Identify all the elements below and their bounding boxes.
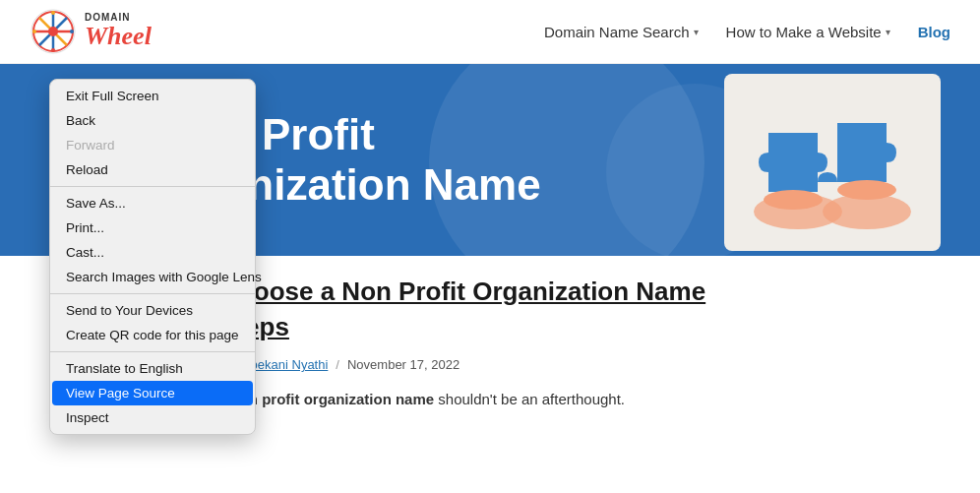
- context-menu: Exit Full ScreenBackForwardReloadSave As…: [49, 79, 256, 435]
- article-body: Your non profit organization name should…: [197, 388, 950, 411]
- nav-blog-label: Blog: [918, 24, 950, 40]
- banner-title-line1: on Profit: [197, 110, 980, 160]
- article-date: November 17, 2022: [347, 357, 459, 372]
- svg-point-8: [70, 30, 74, 33]
- logo-text: DOMAIN Wheel: [85, 12, 152, 51]
- svg-point-7: [51, 11, 55, 15]
- logo-icon: [30, 8, 77, 55]
- menu-separator-4: [50, 186, 255, 187]
- article-heading: o Choose a Non Profit Organization Name: [197, 276, 950, 309]
- menu-item-exit-full-screen[interactable]: Exit Full Screen: [50, 84, 255, 108]
- menu-item-reload[interactable]: Reload: [50, 157, 255, 182]
- chevron-down-icon: ▾: [694, 27, 699, 37]
- svg-point-6: [48, 27, 58, 36]
- svg-point-10: [32, 30, 36, 33]
- body-bold: non profit organization name: [230, 391, 434, 407]
- article-subheading: n Steps: [197, 311, 950, 344]
- svg-point-9: [51, 48, 55, 52]
- meta-divider: /: [336, 357, 339, 372]
- nav-blog[interactable]: Blog: [918, 24, 950, 40]
- header: DOMAIN Wheel Domain Name Search ▾ How to…: [0, 0, 980, 64]
- banner-title-line2: ganization Name: [197, 160, 980, 211]
- menu-item-inspect[interactable]: Inspect: [50, 405, 255, 430]
- menu-item-print[interactable]: Print...: [50, 216, 255, 240]
- menu-item-cast[interactable]: Cast...: [50, 240, 255, 265]
- menu-separator-9: [50, 293, 255, 294]
- nav-domain-search-label: Domain Name Search: [544, 24, 690, 40]
- nav-how-to-label: How to Make a Website: [726, 24, 882, 40]
- menu-item-send-devices[interactable]: Send to Your Devices: [50, 298, 255, 323]
- logo[interactable]: DOMAIN Wheel: [30, 8, 152, 55]
- menu-item-search-images[interactable]: Search Images with Google Lens: [50, 265, 255, 289]
- body-suffix: shouldn't be an afterthought.: [434, 391, 625, 407]
- main-nav: Domain Name Search ▾ How to Make a Websi…: [544, 24, 950, 40]
- article-meta: Qhubekani Nyathi / November 17, 2022: [197, 354, 950, 376]
- menu-item-save-as[interactable]: Save As...: [50, 191, 255, 216]
- logo-wheel-label: Wheel: [85, 23, 152, 51]
- menu-item-create-qr[interactable]: Create QR code for this page: [50, 323, 255, 347]
- nav-domain-search[interactable]: Domain Name Search ▾: [544, 24, 699, 40]
- menu-item-forward: Forward: [50, 133, 255, 157]
- nav-how-to[interactable]: How to Make a Website ▾: [726, 24, 890, 40]
- menu-item-back[interactable]: Back: [50, 108, 255, 133]
- chevron-down-icon-2: ▾: [886, 27, 890, 37]
- menu-separator-12: [50, 351, 255, 352]
- menu-item-translate[interactable]: Translate to English: [50, 356, 255, 381]
- menu-item-view-source[interactable]: View Page Source: [52, 381, 253, 405]
